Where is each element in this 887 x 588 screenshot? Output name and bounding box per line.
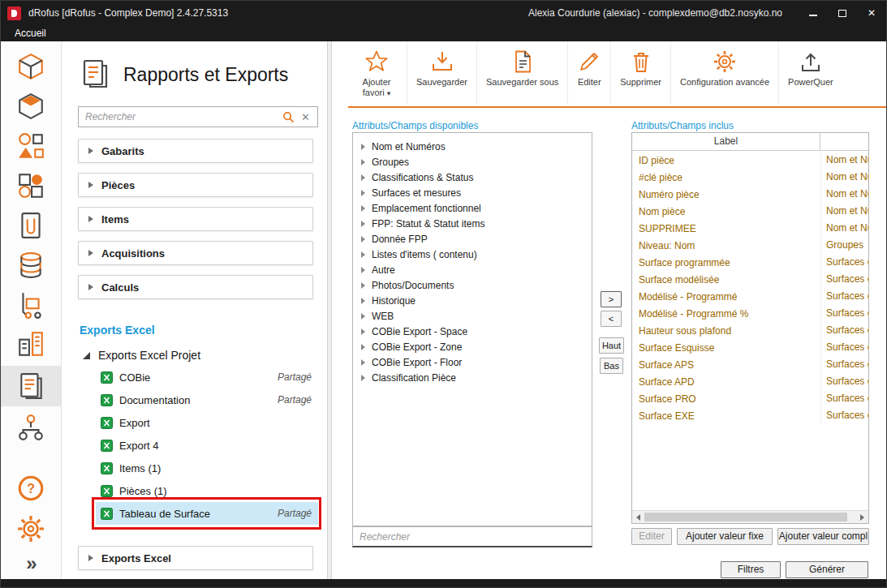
available-search-input[interactable] (353, 531, 592, 543)
add-favorite-button[interactable]: Ajouter favori ▾ (347, 41, 407, 105)
available-group[interactable]: Emplacement fonctionnel (353, 200, 592, 216)
items-box-icon (16, 92, 45, 121)
close-button[interactable]: ✕ (857, 1, 886, 25)
available-group[interactable]: Groupes (353, 154, 592, 170)
nav-rooms[interactable] (1, 48, 61, 85)
table-row[interactable]: Surface EXESurfaces et mesures (632, 407, 868, 424)
save-button[interactable]: Sauvegarder (407, 41, 476, 105)
available-group[interactable]: Listes d'items ( contenu) (353, 247, 592, 262)
available-group[interactable]: Historique (353, 293, 592, 308)
section-acquisitions[interactable]: Acquisitions (78, 241, 313, 265)
nav-systems[interactable] (1, 167, 61, 204)
minimize-button[interactable] (799, 1, 828, 25)
available-group[interactable]: Classification Pièce (353, 370, 592, 385)
save-download-icon (430, 46, 454, 74)
available-group[interactable]: FPP: Statut & Statut items (353, 216, 592, 231)
search-icon[interactable] (282, 111, 295, 123)
save-as-button[interactable]: Sauvegarder sous (476, 41, 567, 105)
table-row[interactable]: Niveau: NomGroupes (632, 237, 868, 254)
available-group[interactable]: Surfaces et mesures (353, 185, 592, 200)
horizontal-scrollbar[interactable] (632, 510, 868, 523)
nav-settings[interactable] (1, 510, 61, 547)
filters-button[interactable]: Filtres (721, 561, 781, 578)
nav-organization[interactable] (1, 409, 61, 446)
move-up-button[interactable]: Haut (599, 337, 624, 354)
nav-models[interactable] (1, 127, 61, 165)
reports-search-input[interactable] (79, 111, 282, 122)
nav-buildings[interactable] (1, 325, 61, 363)
edit-value-button[interactable]: Editer (631, 528, 672, 545)
add-fixed-value-button[interactable]: Ajouter valeur fixe (677, 528, 773, 545)
tree-item-pieces-1[interactable]: Pièces (1) (96, 479, 318, 502)
tab-accueil[interactable]: Accueil (15, 28, 46, 39)
chevron-right-icon (361, 205, 365, 212)
tree-item-export-4[interactable]: Export 4 (96, 434, 318, 457)
table-row[interactable]: Modélisé - ProgramméSurfaces et mesures (632, 288, 868, 305)
section-calculs[interactable]: Calculs (78, 275, 313, 299)
excel-exports-tree: Exports Excel Projet COBie Partagé Docum… (83, 345, 318, 525)
table-row[interactable]: Numéro pièceNom et Numéros (632, 186, 868, 203)
move-left-button[interactable]: < (601, 311, 622, 327)
section-items[interactable]: Items (78, 207, 313, 231)
available-group[interactable]: COBie Export - Space (353, 324, 592, 339)
tree-item-export[interactable]: Export (96, 411, 318, 434)
table-row[interactable]: Surface APDSurfaces et mesures (632, 373, 868, 390)
table-row[interactable]: Hauteur sous plafondSurfaces et mesures (632, 322, 868, 339)
edit-button[interactable]: Editer (567, 41, 610, 105)
scroll-right-icon[interactable] (856, 511, 868, 523)
move-down-button[interactable]: Bas (600, 358, 623, 374)
table-row[interactable]: Surface PROSurfaces et mesures (632, 390, 868, 407)
nav-help[interactable]: ? (1, 470, 61, 507)
scrollbar-thumb[interactable] (644, 513, 847, 521)
window-title: dRofus [dRofus - Complex Demo] 2.4.27.53… (28, 7, 228, 19)
nav-expand[interactable]: » (1, 551, 61, 577)
nav-logistics[interactable] (1, 286, 61, 324)
advanced-config-button[interactable]: Configuration avancée (670, 41, 778, 105)
table-row[interactable]: #clé pièceNom et Numéros (632, 169, 868, 186)
available-group[interactable]: Photos/Documents (353, 277, 592, 293)
available-group[interactable]: Autre (353, 262, 592, 277)
table-row[interactable]: Nom pièceNom et Numéros (632, 203, 868, 220)
group-column-header[interactable] (820, 133, 868, 150)
tree-item-items-1[interactable]: Items (1) (96, 457, 318, 479)
maximize-button[interactable] (828, 1, 857, 25)
available-group[interactable]: Donnée FPP (353, 231, 592, 247)
generate-button[interactable]: Générer (786, 561, 868, 578)
table-row[interactable]: Modélisé - Programmé %Surfaces et mesure… (632, 305, 868, 322)
section-exports-excel[interactable]: Exports Excel (78, 546, 313, 570)
clear-search-icon[interactable]: ✕ (301, 111, 310, 123)
chevron-right-icon (361, 144, 365, 150)
table-row[interactable]: SUPPRIMEENom et Numéros (632, 220, 868, 237)
section-gabarits[interactable]: Gabarits (78, 139, 313, 163)
table-row[interactable]: Surface modéliséeSurfaces et mesures (632, 271, 868, 288)
section-pieces[interactable]: Pièces (78, 173, 313, 197)
table-row[interactable]: Surface EsquisseSurfaces et mesures (632, 339, 868, 356)
chevron-right-icon (361, 251, 365, 258)
logistics-trolley-icon (16, 290, 45, 320)
move-right-button[interactable]: > (601, 291, 622, 307)
tree-item-tableau-de-surface[interactable]: Tableau de Surface Partagé (96, 502, 318, 525)
available-group[interactable]: COBie Export - Zone (353, 339, 592, 354)
tree-item-documentation[interactable]: Documentation Partagé (96, 388, 318, 411)
pencil-edit-icon (577, 46, 601, 74)
scroll-left-icon[interactable] (632, 511, 644, 523)
titlebar: dRofus [dRofus - Complex Demo] 2.4.27.53… (1, 1, 886, 41)
table-row[interactable]: Surface APSSurfaces et mesures (632, 356, 868, 373)
table-row[interactable]: ID pièceNom et Numéros (632, 152, 868, 169)
tree-node-exports-excel-projet[interactable]: Exports Excel Projet (83, 345, 318, 366)
available-group[interactable]: Nom et Numéros (353, 139, 592, 154)
available-group[interactable]: COBie Export - Floor (353, 354, 592, 370)
nav-reports[interactable] (1, 366, 61, 406)
powerquery-button[interactable]: PowerQuer (778, 41, 842, 105)
available-group[interactable]: Classifications & Status (353, 170, 592, 185)
dropdown-caret-icon: ▾ (387, 89, 391, 97)
label-column-header[interactable]: Label (632, 133, 820, 150)
tree-item-cobie[interactable]: COBie Partagé (96, 366, 318, 388)
available-group[interactable]: WEB (353, 308, 592, 324)
nav-items[interactable] (1, 88, 61, 125)
table-row[interactable]: Surface programméeSurfaces et mesures (632, 254, 868, 271)
nav-attachments[interactable] (1, 207, 61, 244)
add-complex-value-button[interactable]: Ajouter valeur compl (777, 528, 869, 545)
nav-finance[interactable] (1, 247, 61, 284)
delete-button[interactable]: Supprimer (610, 41, 670, 105)
